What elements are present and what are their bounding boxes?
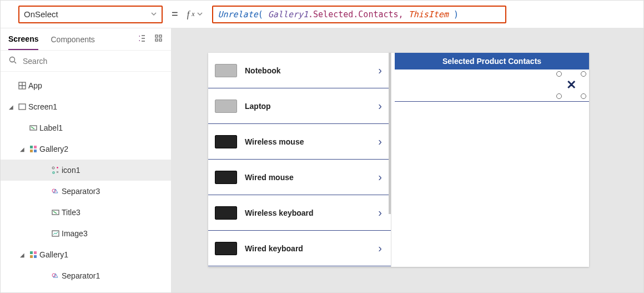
expand-icon[interactable]: ◢ [17,146,27,152]
label-icon [49,208,62,217]
formula-token-paren: ) [449,9,459,19]
list-item[interactable]: Wireless keyboard › [208,195,391,231]
property-value: OnSelect [24,9,58,19]
close-icon[interactable]: ✕ [566,78,576,92]
tree-item-separator3[interactable]: Separator3 [1,181,171,202]
tree-item-gallery1[interactable]: ◢ Gallery1 [1,244,171,265]
product-title: Laptop [245,102,378,111]
shape-icon [49,187,62,196]
chevron-down-icon [197,9,203,19]
formula-token-keyword: ThisItem [409,9,449,19]
canvas[interactable]: Notebook › Laptop › Wireless mouse › [172,28,643,292]
product-thumb [215,206,237,220]
tree-item-separator1[interactable]: Separator1 [1,265,171,286]
svg-rect-9 [34,146,37,148]
svg-rect-19 [34,255,37,258]
list-item[interactable]: Wired keyboard › [208,231,391,266]
svg-rect-6 [19,104,26,110]
svg-rect-17 [34,251,37,254]
gallery-icon [27,145,39,153]
chevron-right-icon[interactable]: › [378,135,382,148]
gallery1[interactable]: Notebook › Laptop › Wireless mouse › [208,53,391,267]
chevron-right-icon[interactable]: › [378,100,382,112]
svg-rect-1 [159,35,162,37]
list-item[interactable]: Laptop › [208,88,391,124]
tree-label: Separator1 [62,271,100,280]
panel-tabs: Screens Components [1,28,171,51]
fx-label[interactable]: fx [187,9,207,19]
svg-rect-16 [30,251,33,254]
list-item[interactable]: Wired mouse › [208,160,391,195]
tree-item-image3[interactable]: Image3 [1,223,171,244]
screen-icon [16,102,28,111]
tree-item-gallery2[interactable]: ◢ Gallery2 [1,138,171,160]
product-thumb [215,135,237,148]
tree-item-label1[interactable]: Label1 [1,117,171,138]
selected-control-icon1[interactable]: ✕ [559,74,583,96]
contacts-header: Selected Product Contacts [395,53,589,69]
expand-icon[interactable]: ◢ [6,104,16,110]
tree-label: App [28,81,42,90]
app-preview: Notebook › Laptop › Wireless mouse › [208,53,589,267]
tree-label: Title3 [62,208,80,217]
product-thumb [215,242,237,255]
svg-rect-11 [34,150,37,152]
app-icon [16,81,28,90]
formula-token-paren: ( [258,9,268,19]
gallery2[interactable]: Selected Product Contacts ✕ [395,53,589,267]
list-item[interactable]: Wireless mouse › [208,124,391,160]
scrollbar[interactable] [389,53,391,214]
list-item[interactable]: Notebook › [208,53,391,88]
expand-icon[interactable]: ◢ [17,252,27,258]
product-title: Wireless mouse [245,137,378,146]
formula-bar: OnSelect = fx Unrelate( Gallery1.Selecte… [1,1,643,28]
svg-point-12 [52,167,54,169]
label-icon [27,123,39,132]
svg-rect-18 [30,255,33,258]
chevron-right-icon[interactable]: › [378,64,382,77]
gallery-icon [27,250,39,259]
chevron-right-icon[interactable]: › [378,171,382,183]
icon-icon [49,166,62,175]
search-icon [8,56,17,66]
view-list-icon[interactable] [152,32,165,47]
collapse-tree-icon[interactable] [135,32,149,47]
tree-item-title3[interactable]: Title3 [1,202,171,223]
tree-label: Image3 [62,229,88,238]
chevron-down-icon [150,9,157,19]
tree-label: Label1 [39,123,63,132]
svg-rect-0 [155,35,158,37]
tree-label: icon1 [62,166,80,175]
tree-item-icon1[interactable]: icon1 [1,160,171,181]
product-title: Wired keyboard [245,244,378,253]
svg-rect-2 [155,39,158,41]
formula-input[interactable]: Unrelate( Gallery1.Selected.Contacts, Th… [212,6,506,23]
svg-point-4 [10,57,15,62]
shape-icon [49,271,62,280]
chevron-right-icon[interactable]: › [378,242,382,255]
tree-item-app[interactable]: App [1,75,171,96]
product-thumb [215,171,237,184]
svg-rect-8 [30,146,33,148]
tree-label: Gallery2 [39,145,68,153]
chevron-right-icon[interactable]: › [378,206,382,219]
property-dropdown[interactable]: OnSelect [18,6,163,23]
formula-token-object: Gallery1 [268,9,308,19]
product-title: Wireless keyboard [245,208,378,217]
formula-token-function: Unrelate [218,9,258,19]
tree-label: Gallery1 [39,250,68,259]
image-icon [49,229,62,238]
search-input[interactable] [23,57,163,66]
product-thumb [215,64,237,77]
search-row [1,51,171,72]
product-title: Wired mouse [245,173,378,182]
tab-screens[interactable]: Screens [8,28,38,50]
svg-rect-3 [159,39,162,41]
product-title: Notebook [245,66,378,75]
tab-components[interactable]: Components [51,28,94,50]
gallery2-template-row[interactable]: ✕ [395,69,589,102]
tree-panel: Screens Components [1,28,172,292]
product-thumb [215,100,237,113]
tree-item-screen1[interactable]: ◢ Screen1 [1,96,171,117]
formula-token-member: .Selected.Contacts, [308,9,409,19]
